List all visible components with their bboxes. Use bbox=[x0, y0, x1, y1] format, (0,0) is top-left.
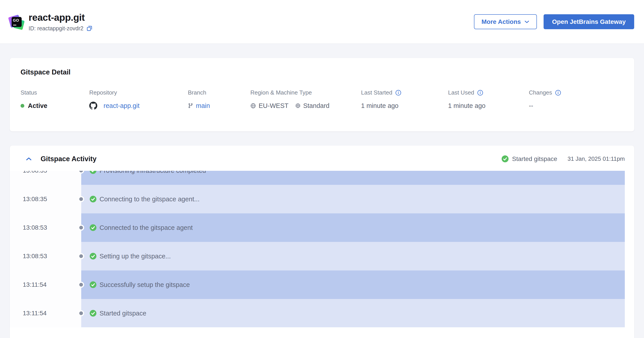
status-value-row: Active bbox=[20, 101, 89, 110]
log-message: Started gitspace bbox=[100, 310, 146, 317]
page-title: react-app.git bbox=[28, 12, 92, 23]
last-started-label-text: Last Started bbox=[361, 89, 392, 96]
timeline-dot bbox=[78, 253, 84, 259]
log-entry: Successfully setup the gitspace bbox=[81, 271, 625, 299]
log-entry: Connecting to the gitspace agent... bbox=[81, 185, 625, 213]
region-machine-value-row: EU-WEST bbox=[250, 101, 361, 110]
repository-value-row: react-app.git bbox=[89, 101, 188, 110]
git-branch-icon bbox=[188, 103, 193, 108]
log-row: 13:11:54 Successfully setup the gitspace bbox=[10, 271, 634, 299]
check-circle-icon bbox=[90, 281, 96, 288]
check-circle-icon bbox=[90, 171, 96, 174]
gitspace-activity-card: Gitspace Activity Started gitspace 31 Ja… bbox=[10, 146, 634, 338]
region-value: EU-WEST bbox=[259, 102, 288, 109]
last-used-label-text: Last Used bbox=[448, 89, 474, 96]
field-region-machine: Region & Machine Type EU-WEST bbox=[250, 89, 361, 110]
log-time: 13:11:54 bbox=[10, 271, 81, 299]
log-message: Successfully setup the gitspace bbox=[100, 281, 190, 289]
activity-title: Gitspace Activity bbox=[40, 155, 96, 163]
page-header: GO react-app.git ID: reactappgit-zovdr2 … bbox=[0, 0, 644, 44]
detail-card-title: Gitspace Detail bbox=[20, 68, 624, 76]
status-dot bbox=[20, 104, 24, 108]
status-label: Status bbox=[20, 89, 89, 96]
goland-logo-text: GO bbox=[13, 18, 19, 22]
gitspace-detail-card: Gitspace Detail Status Active Repository bbox=[10, 58, 634, 131]
machine-item: Standard bbox=[295, 102, 330, 109]
gitspace-id: ID: reactappgit-zovdr2 bbox=[28, 25, 84, 32]
activity-status: Started gitspace 31 Jan, 2025 01:11pm bbox=[502, 155, 625, 163]
log-entry: Started gitspace bbox=[81, 299, 625, 327]
activity-status-text: Started gitspace bbox=[512, 155, 557, 163]
log-message: Connected to the gitspace agent bbox=[100, 224, 193, 231]
github-icon bbox=[89, 102, 97, 110]
log-message: Connecting to the gitspace agent... bbox=[100, 196, 200, 203]
last-started-value: 1 minute ago bbox=[361, 101, 448, 110]
copy-icon bbox=[86, 25, 92, 31]
repository-link[interactable]: react-app.git bbox=[104, 102, 140, 109]
status-value: Active bbox=[28, 102, 47, 109]
changes-value: -- bbox=[529, 101, 624, 110]
last-used-value: 1 minute ago bbox=[448, 101, 529, 110]
field-changes: Changes -- bbox=[529, 89, 624, 110]
header-actions: More Actions Open JetBrains Gateway bbox=[474, 14, 634, 29]
region-item: EU-WEST bbox=[250, 102, 288, 109]
log-message: Setting up the gitspace... bbox=[100, 253, 171, 260]
log-row: 13:08:53 Connected to the gitspace agent bbox=[10, 213, 634, 242]
cpu-icon bbox=[295, 103, 300, 108]
activity-header: Gitspace Activity Started gitspace 31 Ja… bbox=[10, 146, 634, 171]
branch-label: Branch bbox=[188, 89, 250, 96]
title-block: react-app.git ID: reactappgit-zovdr2 bbox=[28, 12, 92, 32]
last-started-label: Last Started bbox=[361, 89, 448, 96]
timeline-dot bbox=[78, 225, 84, 231]
field-last-used: Last Used 1 minute ago bbox=[448, 89, 529, 110]
repository-label: Repository bbox=[89, 89, 188, 96]
log-row: 13:08:35 Provisioning infrastructure com… bbox=[10, 171, 634, 185]
log-time: 13:11:54 bbox=[10, 299, 81, 327]
more-actions-button[interactable]: More Actions bbox=[474, 14, 537, 29]
goland-logo: GO bbox=[10, 15, 23, 28]
log-entry: Provisioning infrastructure completed bbox=[81, 171, 625, 185]
field-branch: Branch main bbox=[188, 89, 250, 110]
log-time: 13:08:35 bbox=[10, 185, 81, 213]
timeline-dot bbox=[78, 196, 84, 202]
field-last-started: Last Started 1 minute ago bbox=[361, 89, 448, 110]
copy-id-button[interactable] bbox=[86, 25, 92, 31]
last-used-label: Last Used bbox=[448, 89, 529, 96]
open-jetbrains-gateway-button[interactable]: Open JetBrains Gateway bbox=[544, 14, 634, 29]
log-row: 13:11:54 Started gitspace bbox=[10, 299, 634, 327]
field-repository: Repository react-app.git bbox=[89, 89, 188, 110]
log-row: 13:08:35 Connecting to the gitspace agen… bbox=[10, 185, 634, 213]
region-machine-label: Region & Machine Type bbox=[250, 89, 361, 96]
check-circle-icon bbox=[502, 155, 508, 162]
check-circle-icon bbox=[90, 253, 96, 260]
activity-log-list: 13:08:35 Provisioning infrastructure com… bbox=[10, 171, 634, 327]
branch-value-row: main bbox=[188, 101, 250, 110]
chevron-down-icon bbox=[524, 20, 529, 23]
log-row: 13:08:53 Setting up the gitspace... bbox=[10, 242, 634, 271]
chevron-up-icon bbox=[26, 157, 32, 161]
info-icon[interactable] bbox=[555, 90, 561, 96]
check-circle-icon bbox=[90, 310, 96, 317]
machine-value: Standard bbox=[303, 102, 330, 109]
goland-logo-mark: GO bbox=[12, 17, 22, 27]
changes-label: Changes bbox=[529, 89, 624, 96]
log-message: Provisioning infrastructure completed bbox=[100, 171, 206, 174]
log-entry: Connected to the gitspace agent bbox=[81, 213, 625, 242]
branch-link[interactable]: main bbox=[196, 102, 210, 109]
check-circle-icon bbox=[90, 224, 96, 231]
main-content: Gitspace Detail Status Active Repository bbox=[0, 44, 644, 338]
timeline-dot bbox=[78, 282, 84, 288]
activity-timestamp: 31 Jan, 2025 01:11pm bbox=[568, 155, 625, 162]
detail-fields-row: Status Active Repository react-app.git bbox=[20, 89, 624, 110]
changes-label-text: Changes bbox=[529, 89, 552, 96]
field-status: Status Active bbox=[20, 89, 89, 110]
activity-log-viewport[interactable]: 13:08:35 Provisioning infrastructure com… bbox=[10, 171, 634, 327]
log-entry: Setting up the gitspace... bbox=[81, 242, 625, 271]
gitspace-id-row: ID: reactappgit-zovdr2 bbox=[28, 25, 92, 32]
info-icon[interactable] bbox=[396, 90, 401, 96]
collapse-activity-button[interactable] bbox=[26, 157, 32, 161]
info-icon[interactable] bbox=[477, 90, 483, 96]
timeline-dot bbox=[78, 310, 84, 316]
log-time: 13:08:35 bbox=[10, 171, 81, 185]
globe-icon bbox=[250, 103, 256, 109]
